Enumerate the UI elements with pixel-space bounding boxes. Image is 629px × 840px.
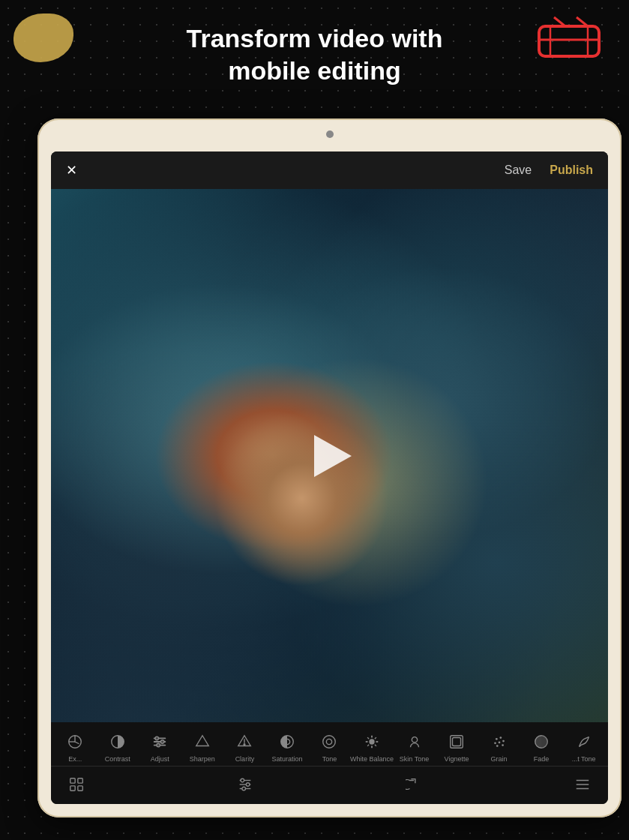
- video-area[interactable]: [51, 189, 608, 722]
- tool-skin-tone[interactable]: Skin Tone: [393, 731, 436, 763]
- camera-notch: [326, 130, 334, 138]
- play-button[interactable]: [307, 434, 352, 478]
- svg-point-21: [323, 736, 336, 748]
- svg-point-36: [499, 736, 502, 739]
- svg-rect-45: [70, 786, 75, 790]
- svg-point-52: [242, 787, 246, 790]
- saturation-label: Saturation: [271, 755, 302, 763]
- svg-point-22: [327, 739, 332, 744]
- svg-marker-15: [196, 736, 209, 746]
- exposure-icon: [64, 731, 85, 752]
- tone-icon: [319, 731, 340, 752]
- svg-point-18: [244, 744, 245, 746]
- top-bar: ✕ Save Publish: [51, 152, 608, 189]
- skin-tone-icon: [404, 731, 425, 752]
- svg-rect-43: [70, 778, 75, 783]
- svg-point-12: [155, 736, 159, 740]
- title-line1: Transform video with: [187, 24, 443, 52]
- play-triangle-icon: [314, 435, 352, 477]
- skin-tone-label: Skin Tone: [400, 755, 429, 763]
- tablet-screen: ✕ Save Publish: [51, 152, 608, 804]
- tool-contrast[interactable]: Contrast: [97, 731, 139, 763]
- svg-line-28: [367, 737, 369, 739]
- nav-menu[interactable]: [569, 774, 596, 795]
- svg-point-32: [412, 737, 417, 742]
- tool-fade[interactable]: Fade: [520, 731, 563, 763]
- tool-grain[interactable]: Grain: [478, 731, 520, 763]
- tool-vignette[interactable]: Vignette: [436, 731, 478, 763]
- exposure-label: Ex...: [68, 755, 82, 763]
- tool-clarity[interactable]: Clarity: [223, 731, 266, 763]
- adjust-icon: [149, 731, 170, 752]
- svg-rect-44: [78, 778, 82, 783]
- white-balance-icon: [361, 731, 382, 752]
- svg-point-40: [502, 744, 504, 746]
- fade-icon: [531, 731, 552, 752]
- save-button[interactable]: Save: [505, 164, 532, 177]
- tools-row: Ex... Contrast: [51, 722, 608, 766]
- svg-point-13: [161, 740, 165, 744]
- white-balance-label: White Balance: [350, 755, 394, 763]
- contrast-label: Contrast: [105, 755, 130, 763]
- sharpen-label: Sharpen: [190, 755, 215, 763]
- svg-point-50: [241, 778, 244, 782]
- nav-undo[interactable]: [400, 774, 427, 795]
- svg-rect-46: [78, 786, 82, 790]
- svg-line-29: [375, 745, 376, 746]
- adjust-label: Adjust: [151, 755, 169, 763]
- nav-grid[interactable]: [63, 774, 90, 795]
- tone-label: Tone: [322, 755, 337, 763]
- svg-line-30: [375, 737, 376, 739]
- svg-line-31: [367, 745, 369, 746]
- tablet-frame: ✕ Save Publish: [37, 118, 622, 818]
- fade-label: Fade: [534, 755, 550, 763]
- svg-rect-34: [453, 738, 461, 746]
- svg-point-39: [498, 742, 500, 744]
- tool-tone[interactable]: Tone: [308, 731, 351, 763]
- svg-point-14: [157, 743, 160, 747]
- clarity-icon: [234, 731, 255, 752]
- saturation-icon: [277, 731, 298, 752]
- tool-exposure[interactable]: Ex...: [54, 731, 97, 763]
- tool-saturation[interactable]: Saturation: [266, 731, 309, 763]
- grain-icon: [489, 731, 510, 752]
- nav-sliders[interactable]: [232, 774, 259, 795]
- svg-point-38: [494, 742, 496, 744]
- sharpen-icon: [192, 731, 213, 752]
- svg-point-41: [496, 745, 498, 747]
- split-tone-label: ...t Tone: [572, 755, 596, 763]
- contrast-icon: [107, 731, 128, 752]
- svg-point-23: [369, 739, 374, 744]
- split-tone-icon: [574, 731, 595, 752]
- svg-point-51: [246, 783, 250, 787]
- tool-split-tone[interactable]: ...t Tone: [562, 731, 605, 763]
- grain-label: Grain: [491, 755, 508, 763]
- top-bar-actions: Save Publish: [505, 164, 593, 177]
- clarity-label: Clarity: [235, 755, 255, 763]
- svg-point-35: [496, 738, 498, 740]
- svg-point-37: [502, 740, 505, 742]
- bottom-nav: [51, 766, 608, 804]
- title-line2: mobile editing: [228, 56, 400, 85]
- publish-button[interactable]: Publish: [550, 164, 593, 177]
- tool-adjust[interactable]: Adjust: [139, 731, 181, 763]
- vignette-icon: [446, 731, 467, 752]
- header-title: Transform video with mobile editing: [0, 22, 629, 86]
- vignette-label: Vignette: [445, 755, 469, 763]
- tool-sharpen[interactable]: Sharpen: [181, 731, 224, 763]
- close-button[interactable]: ✕: [66, 162, 77, 178]
- bottom-toolbar: Ex... Contrast: [51, 722, 608, 804]
- tool-white-balance[interactable]: White Balance: [351, 731, 394, 763]
